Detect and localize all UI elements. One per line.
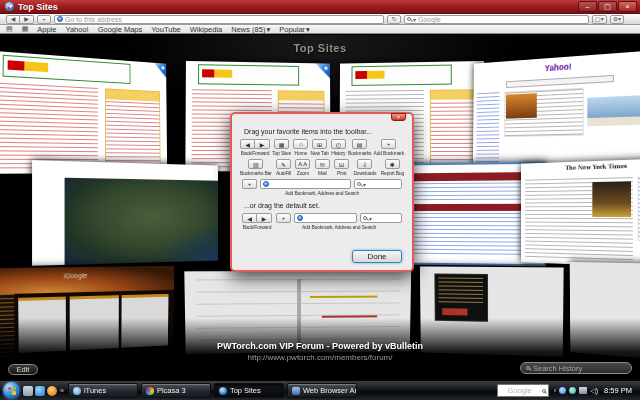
toolbar-item-new-tab[interactable]: ⊞ New Tab xyxy=(311,139,329,156)
topsites-grid-icon[interactable]: ▦ xyxy=(22,25,29,33)
bookmark-folder-popular[interactable]: Popular ▾ xyxy=(279,25,310,34)
volume-icon[interactable]: ◁) xyxy=(590,387,598,395)
forward-button[interactable]: ▶ xyxy=(20,15,34,24)
tray-app-icon[interactable] xyxy=(569,387,576,394)
search-history-input[interactable] xyxy=(533,364,626,373)
topsite-thumbnail-yahoo[interactable]: Yahoo! xyxy=(473,50,640,173)
search-input[interactable] xyxy=(418,16,586,23)
search-dropdown-icon[interactable]: ▾ xyxy=(413,16,416,23)
deskbar-input[interactable] xyxy=(500,386,540,395)
bookmark-youtube[interactable]: YouTube xyxy=(151,25,180,34)
toolbar-item-bookmarks-bar[interactable]: ▥ Bookmarks Bar xyxy=(240,159,272,176)
taskbar-button-top-sites[interactable]: Top Sites xyxy=(214,383,284,398)
globe-favicon-icon xyxy=(297,215,303,221)
pinned-star-badge[interactable]: ★ xyxy=(316,63,330,78)
topsite-thumbnail-new-york-times[interactable]: The New York Times ★ xyxy=(521,158,640,268)
taskbar-button-picasa[interactable]: Picasa 3 xyxy=(141,383,211,398)
toolbar-item-back-forward[interactable]: ◀ ▶ Back/Forward xyxy=(240,139,270,156)
taskbar-clock[interactable]: 8:59 PM xyxy=(604,386,632,395)
diagram-segment xyxy=(310,295,377,297)
back-icon: ◀ xyxy=(242,213,257,223)
taskbar-button-itunes[interactable]: iTunes xyxy=(68,383,138,398)
quick-launch-mail-icon[interactable] xyxy=(23,386,33,396)
quick-launch-firefox-icon[interactable] xyxy=(47,386,57,396)
plus-icon: + xyxy=(276,213,291,223)
tray-expand-icon[interactable]: ‹ xyxy=(554,386,557,395)
task-label: Top Sites xyxy=(230,386,261,395)
bug-icon: ✱ xyxy=(385,159,400,169)
bookmark-folder-popular-label: Popular xyxy=(279,25,305,34)
safari-window: Top Sites – ▢ × ◀ ▶ + ↻ ▾ ▢▾ ⚙▾ xyxy=(0,0,640,400)
thumb-header xyxy=(198,64,299,85)
item-label: Print xyxy=(337,170,346,176)
search-icon xyxy=(542,389,546,393)
search-field[interactable]: ▾ xyxy=(404,15,589,24)
bookmark-yahoo[interactable]: Yahoo! xyxy=(65,25,88,34)
back-button[interactable]: ◀ xyxy=(6,15,20,24)
bookmark-google-maps[interactable]: Google Maps xyxy=(98,25,143,34)
clock-icon: ◴ xyxy=(331,139,346,149)
pencil-icon: ✎ xyxy=(276,159,291,169)
page-menu-button[interactable]: ▢▾ xyxy=(592,15,607,24)
maximize-button[interactable]: ▢ xyxy=(598,1,617,12)
default-back-forward[interactable]: ◀ ▶ Back/Forward xyxy=(242,213,272,230)
toolbar-item-history[interactable]: ◴ History xyxy=(331,139,346,156)
thumb-header xyxy=(3,55,131,84)
chevron-down-icon: ▾ xyxy=(306,25,310,34)
page-menu-dropdown-icon: ▾ xyxy=(601,16,604,23)
star-icon: ★ xyxy=(323,63,329,72)
topsite-thumbnail-google-maps[interactable] xyxy=(32,160,218,266)
combo-toolbar-item[interactable]: + ▾ xyxy=(242,179,402,189)
taskbar-button-web-browser-article[interactable]: Web Browser Article... xyxy=(287,383,357,398)
toolbar-item-top-sites[interactable]: ▦ Top Sites xyxy=(272,139,291,156)
quick-launch-expand-icon[interactable]: » xyxy=(60,387,64,394)
mini-address-field xyxy=(294,213,357,223)
download-icon: ⇩ xyxy=(357,159,372,169)
address-bar[interactable] xyxy=(54,15,384,24)
toolbar-item-zoom[interactable]: A A Zoom xyxy=(295,159,310,176)
bookmarks-bar: ▤ ▦ Apple Yahoo! Google Maps YouTube Wik… xyxy=(0,25,640,34)
printer-icon: ⊟ xyxy=(334,159,349,169)
thumb-photo xyxy=(592,181,631,217)
igoogle-logo-text: iGoogle xyxy=(64,272,87,279)
item-label: Zoom xyxy=(297,170,309,176)
toolbar-item-add-bookmark[interactable]: + Add Bookmark xyxy=(374,139,404,156)
edit-button[interactable]: Edit xyxy=(8,364,38,375)
quick-launch-ie-icon[interactable] xyxy=(35,386,45,396)
dialog-close-button[interactable]: × xyxy=(391,113,406,121)
bookmarks-book-icon[interactable]: ▤ xyxy=(6,25,13,33)
search-history-field[interactable] xyxy=(520,362,632,374)
toolbar-item-home[interactable]: ⌂ Home xyxy=(293,139,308,156)
task-label: Picasa 3 xyxy=(157,386,186,395)
add-bookmark-button[interactable]: + xyxy=(37,15,51,24)
toolbar-item-mail[interactable]: ✉ Mail xyxy=(315,159,330,176)
bookmark-wikipedia[interactable]: Wikipedia xyxy=(190,25,223,34)
settings-menu-button[interactable]: ⚙▾ xyxy=(610,15,624,24)
google-deskbar[interactable] xyxy=(497,384,549,397)
refresh-button[interactable]: ↻ xyxy=(387,15,401,24)
toolbar-item-print[interactable]: ⊟ Print xyxy=(334,159,349,176)
bookmark-folder-news[interactable]: News (85) ▾ xyxy=(231,25,270,34)
done-button[interactable]: Done xyxy=(352,250,402,263)
yahoo-logo-text: Yahoo! xyxy=(474,55,640,77)
topsite-thumbnail-pwtorch-news[interactable]: ★ xyxy=(0,50,167,173)
search-icon xyxy=(363,216,367,220)
default-combo[interactable]: + ▾ Add Bookmark, Address and Search xyxy=(276,213,402,230)
toolbar-item-report-bug[interactable]: ✱ Report Bug xyxy=(381,159,404,176)
default-set-row[interactable]: ◀ ▶ Back/Forward + ▾ Add Bookmark, Addre… xyxy=(242,213,402,230)
address-input[interactable] xyxy=(65,16,381,23)
thumb-sidebar xyxy=(430,90,479,167)
close-button[interactable]: × xyxy=(618,1,637,12)
text-size-icon: A A xyxy=(295,159,310,169)
start-button[interactable] xyxy=(3,382,20,399)
toolbar-item-downloads[interactable]: ⇩ Downloads xyxy=(353,159,376,176)
quick-launch-bar: » xyxy=(23,386,65,396)
minimize-button[interactable]: – xyxy=(578,1,597,12)
tray-app-icon[interactable] xyxy=(559,387,566,394)
settings-dropdown-icon: ▾ xyxy=(618,16,621,23)
toolbar-item-autofill[interactable]: ✎ AutoFill xyxy=(276,159,291,176)
network-icon[interactable] xyxy=(579,387,587,394)
pinned-star-badge[interactable]: ★ xyxy=(154,63,166,78)
bookmark-apple[interactable]: Apple xyxy=(37,25,56,34)
toolbar-item-bookmarks[interactable]: ▤ Bookmarks xyxy=(348,139,371,156)
